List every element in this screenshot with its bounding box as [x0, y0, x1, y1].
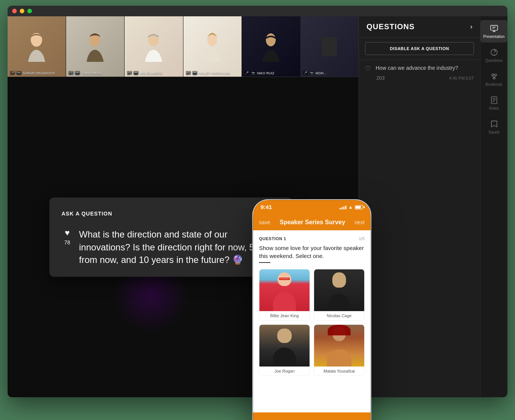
phone-body: QUESTION 1 1/5 Show some love for your f… [253, 230, 371, 405]
sidebar-item-breakouts[interactable]: Breakouts [480, 68, 507, 90]
phone-overlay: 9:41 ▲ save Speaker Series Survey next [253, 200, 371, 420]
video-cell-niko: 🎤 📷 NIKO RUIZ [242, 16, 300, 77]
dialog-header: ASK A QUESTION × [62, 208, 280, 219]
video-grid: 🎤 📷 SARAH SHADDOCK [8, 16, 359, 77]
saved-label: Saved [488, 130, 499, 134]
heart-icon[interactable]: ♥ [65, 228, 70, 238]
question-number-label: QUESTION 1 [259, 236, 286, 241]
svg-point-8 [494, 54, 494, 54]
speaker-name-malala: Malala Yousafzai [314, 367, 364, 376]
presentation-icon [490, 24, 499, 33]
speaker-card-bjk[interactable]: Billie Jean King [259, 269, 310, 321]
maximize-button[interactable] [27, 9, 32, 13]
wifi-icon: ▲ [348, 204, 353, 210]
sidebar-icons: Presentation Questions [480, 16, 507, 397]
q-vote-count: 203 [376, 75, 385, 81]
video-cell-moh: 🎤 📷 MOH... [300, 16, 359, 77]
survey-next-button[interactable]: next [355, 219, 365, 225]
svg-point-7 [491, 49, 497, 56]
q-meta: 203 4:45 PM EST [365, 75, 474, 81]
questions-header: QUESTIONS › [359, 16, 480, 38]
questions-panel: QUESTIONS › DISABLE ASK A QUESTION ♡ How… [359, 16, 480, 397]
video-cell-tom: 🎤 📷 TOM CREGG [66, 16, 125, 77]
label-sarah: 🎤 📷 SARAH SHADDOCK [10, 71, 55, 75]
battery-icon [355, 205, 363, 209]
speaker-card-malala[interactable]: Malala Yousafzai [314, 324, 365, 376]
sidebar-item-presentation[interactable]: Presentation [480, 20, 507, 42]
speaker-image-jr [259, 325, 310, 367]
notes-icon [490, 96, 499, 105]
phone-status-icons: ▲ [340, 203, 363, 210]
survey-save-button[interactable]: save [259, 219, 270, 225]
dialog-title: ASK A QUESTION [62, 211, 112, 217]
speaker-grid: Billie Jean King Nicolas Cage [259, 269, 365, 376]
sidebar-item-questions[interactable]: Questions [480, 44, 507, 66]
video-cell-ian: 🎤 📷 IAN GILMORE [125, 16, 183, 77]
chevron-right-icon[interactable]: › [470, 23, 472, 31]
speaker-image-malala [314, 325, 364, 367]
minimize-button[interactable] [20, 9, 24, 13]
avatar-tom [66, 16, 124, 77]
phone-time: 9:41 [261, 203, 272, 210]
questions-nav-label: Questions [485, 58, 502, 63]
phone-screen: 9:41 ▲ save Speaker Series Survey next [253, 200, 371, 420]
q-item-text: How can we advance the industry? [376, 64, 474, 72]
svg-point-4 [266, 33, 276, 46]
speaker-name-nc: Nicolas Cage [314, 311, 364, 320]
svg-point-9 [491, 74, 494, 76]
avatar-moh [300, 16, 359, 77]
svg-point-10 [494, 74, 496, 76]
dialog-question: ♥ 78 What is the direction and state of … [62, 228, 280, 266]
question-item: ♡ How can we advance the industry? 203 4… [359, 60, 480, 85]
speaker-image-bjk [259, 269, 310, 311]
question-number-row: QUESTION 1 1/5 [259, 236, 365, 241]
presentation-label: Presentation [483, 35, 504, 39]
vote-count: 78 [64, 239, 70, 245]
signal-bars-icon [340, 205, 346, 209]
question-votes: ♥ 78 [62, 228, 73, 245]
label-tom: 🎤 📷 TOM CREGG [68, 71, 102, 75]
avatar-sarah [8, 16, 66, 77]
sidebar-item-saved[interactable]: Saved [480, 116, 507, 138]
label-niko: 🎤 📷 NIKO RUIZ [244, 71, 275, 75]
avatar-hailey [183, 16, 242, 77]
next-question-button[interactable]: Next Question [253, 412, 371, 420]
question-instruction: Show some love for your favorite speaker… [259, 244, 365, 260]
svg-rect-12 [491, 97, 497, 104]
q-heart-icon[interactable]: ♡ [365, 64, 371, 73]
video-cell-hailey: 🎤 📷 HAILEY INGRAHAM [183, 16, 242, 77]
question-fraction: 1/5 [359, 236, 365, 241]
avatar-ian [125, 16, 183, 77]
disable-ask-button[interactable]: DISABLE ASK A QUESTION [365, 42, 474, 55]
question-divider [259, 262, 270, 263]
speaker-card-jr[interactable]: Joe Rogan [259, 324, 310, 376]
label-moh: 🎤 📷 MOH... [303, 71, 327, 75]
svg-rect-6 [490, 25, 497, 30]
video-cell-sarah: 🎤 📷 SARAH SHADDOCK [8, 16, 66, 77]
questions-title: QUESTIONS [367, 22, 415, 31]
svg-rect-5 [322, 37, 337, 56]
speaker-image-nc [314, 269, 364, 311]
speaker-name-bjk: Billie Jean King [259, 311, 310, 320]
phone-survey-header: save Speaker Series Survey next [253, 217, 371, 230]
sidebar-item-notes[interactable]: Notes [480, 92, 507, 114]
saved-icon [490, 120, 499, 129]
close-button[interactable] [12, 9, 17, 13]
speaker-card-nc[interactable]: Nicolas Cage [314, 269, 365, 321]
breakouts-icon [490, 72, 499, 81]
notes-label: Notes [489, 106, 499, 110]
avatar-niko [242, 16, 300, 77]
questions-icon [490, 48, 499, 57]
breakouts-label: Breakouts [485, 82, 502, 87]
question-item-header: ♡ How can we advance the industry? [365, 64, 474, 73]
speaker-name-jr: Joe Rogan [259, 367, 310, 376]
question-text: What is the direction and state of our i… [79, 228, 280, 266]
label-hailey: 🎤 📷 HAILEY INGRAHAM [186, 71, 230, 75]
q-time: 4:45 PM EST [449, 76, 474, 80]
phone-notch-area: 9:41 ▲ [253, 200, 371, 217]
mac-titlebar [8, 6, 507, 16]
label-ian: 🎤 📷 IAN GILMORE [127, 71, 162, 75]
svg-point-11 [493, 77, 495, 79]
survey-title: Speaker Series Survey [280, 219, 345, 226]
